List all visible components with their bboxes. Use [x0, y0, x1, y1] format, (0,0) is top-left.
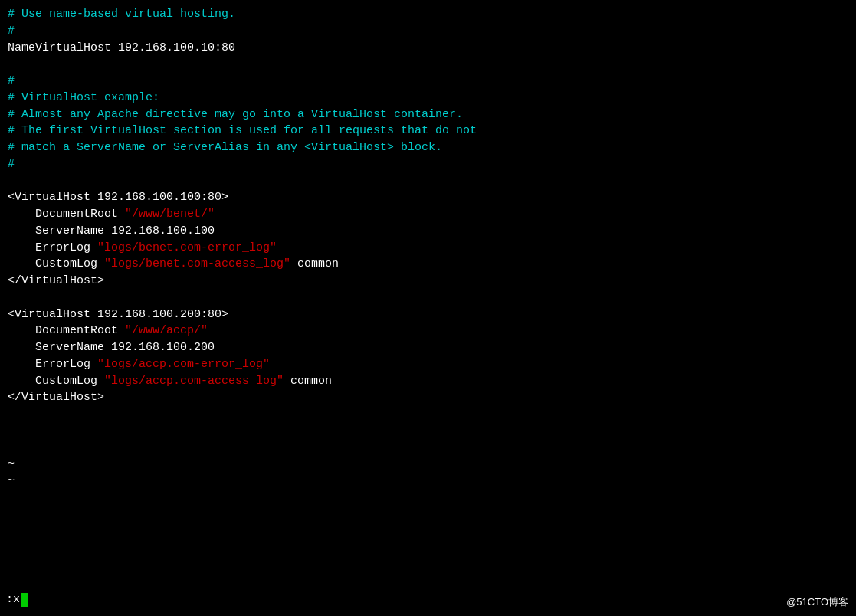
code-token: "/www/accp/": [125, 324, 208, 337]
code-line: # Use name-based virtual hosting.: [8, 6, 848, 23]
code-line: CustomLog "logs/accp.com-access_log" com…: [8, 373, 848, 390]
code-line: # VirtualHost example:: [8, 90, 848, 106]
code-line: # match a ServerName or ServerAlias in a…: [8, 139, 848, 156]
watermark-text: @51CTO博客: [786, 595, 848, 610]
code-line: NameVirtualHost 192.168.100.10:80: [8, 40, 848, 57]
code-line: ~: [8, 473, 848, 490]
code-token: "/www/benet/": [125, 208, 215, 221]
code-line: [8, 290, 848, 306]
code-line: DocumentRoot "/www/accp/": [8, 323, 848, 339]
code-line: [8, 423, 848, 440]
code-token: # match a ServerName or ServerAlias in a…: [8, 141, 442, 154]
code-line: CustomLog "logs/benet.com-access_log" co…: [8, 256, 848, 273]
code-line: # The first VirtualHost section is used …: [8, 123, 848, 139]
code-line: ServerName 192.168.100.100: [8, 223, 848, 240]
code-line: </VirtualHost>: [8, 273, 848, 290]
code-token: #: [8, 25, 15, 38]
code-line: ServerName 192.168.100.200: [8, 339, 848, 356]
status-bar: :x: [6, 591, 28, 608]
code-line: #: [8, 73, 848, 90]
code-token: ~: [8, 474, 15, 487]
code-token: <VirtualHost 192.168.100.200:80>: [8, 308, 228, 321]
code-token: DocumentRoot: [8, 208, 125, 221]
code-line: <VirtualHost 192.168.100.200:80>: [8, 306, 848, 323]
code-token: ServerName 192.168.100.200: [8, 341, 215, 354]
code-token: CustomLog: [8, 257, 104, 270]
code-area: # Use name-based virtual hosting.#NameVi…: [8, 6, 848, 490]
code-line: [8, 173, 848, 190]
code-token: "logs/accp.com-error_log": [97, 358, 270, 371]
code-token: NameVirtualHost 192.168.100.10:80: [8, 41, 235, 54]
code-token: </VirtualHost>: [8, 391, 104, 404]
code-token: #: [8, 158, 15, 171]
code-line: [8, 56, 848, 73]
code-token: ~: [8, 457, 15, 470]
code-token: "logs/benet.com-error_log": [97, 241, 277, 254]
code-line: #: [8, 23, 848, 40]
code-line: </VirtualHost>: [8, 389, 848, 406]
code-line: #: [8, 156, 848, 173]
terminal: # Use name-based virtual hosting.#NameVi…: [0, 0, 856, 616]
code-token: # Almost any Apache directive may go int…: [8, 108, 463, 121]
code-token: # The first VirtualHost section is used …: [8, 124, 477, 137]
code-line: # Almost any Apache directive may go int…: [8, 106, 848, 123]
code-line: ErrorLog "logs/accp.com-error_log": [8, 356, 848, 373]
code-token: ServerName 192.168.100.100: [8, 224, 215, 238]
code-token: ErrorLog: [8, 241, 97, 254]
code-token: CustomLog: [8, 375, 104, 388]
code-token: </VirtualHost>: [8, 274, 104, 287]
code-token: # VirtualHost example:: [8, 91, 159, 104]
code-line: [8, 440, 848, 457]
code-line: ErrorLog "logs/benet.com-error_log": [8, 240, 848, 257]
code-token: DocumentRoot: [8, 324, 125, 337]
code-token: #: [8, 74, 15, 87]
code-token: "logs/benet.com-access_log": [104, 257, 290, 270]
code-token: "logs/accp.com-access_log": [104, 375, 284, 388]
code-line: ~: [8, 456, 848, 473]
code-token: # Use name-based virtual hosting.: [8, 8, 235, 21]
code-token: common: [284, 375, 332, 388]
cursor: [21, 593, 28, 607]
command-text: :x: [6, 591, 20, 608]
code-token: ErrorLog: [8, 358, 97, 371]
code-token: <VirtualHost 192.168.100.100:80>: [8, 191, 228, 204]
code-token: common: [290, 257, 339, 270]
code-line: [8, 406, 848, 423]
code-line: DocumentRoot "/www/benet/": [8, 206, 848, 223]
code-line: <VirtualHost 192.168.100.100:80>: [8, 189, 848, 206]
